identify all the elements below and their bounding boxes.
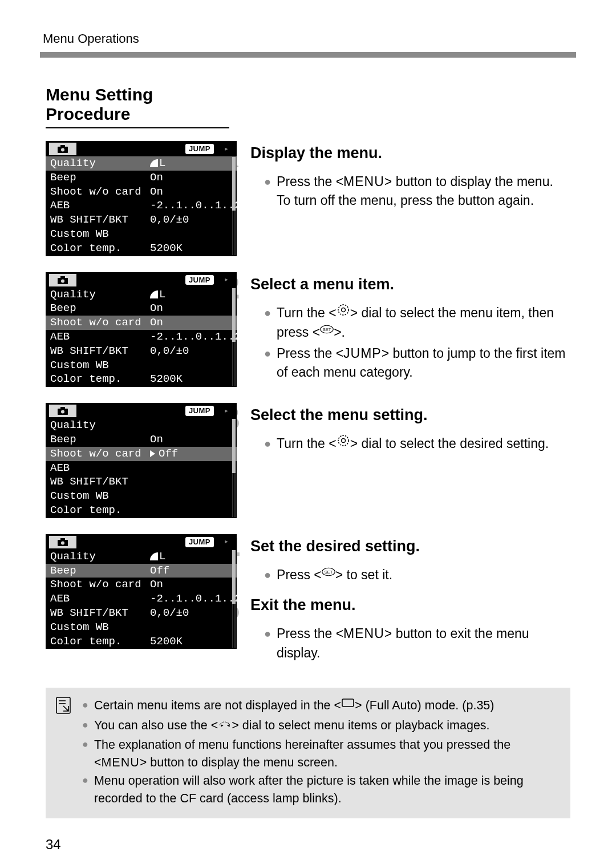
notes-box: ●Certain menu items are not displayed in… xyxy=(46,688,570,818)
jump-badge: JUMP xyxy=(185,537,214,547)
menu-row: BeepOn xyxy=(46,433,237,447)
svg-rect-16 xyxy=(60,538,65,540)
camera-tab-icon xyxy=(49,274,76,286)
bullet-dot-icon: ● xyxy=(82,697,88,716)
bullet-line: ●Turn the <> dial to select the menu ite… xyxy=(264,304,570,343)
text-segment: Press the < xyxy=(277,346,343,361)
text-segment: Turn the < xyxy=(277,436,337,451)
step-title: Select the menu setting. xyxy=(250,406,428,424)
text-segment: Turn the < xyxy=(277,305,337,320)
playback-tab-icon: ▸ xyxy=(220,405,233,417)
playback-tab-icon: ▸ xyxy=(220,143,233,155)
bullet-dot-icon: ● xyxy=(82,717,88,736)
step-title: Display the menu. xyxy=(250,144,382,162)
svg-point-7 xyxy=(341,308,345,312)
menu-row: AEB-2..1..0..1..2+ xyxy=(46,199,237,213)
bullet-dot-icon: ● xyxy=(82,736,88,771)
bullet-dot-icon: ● xyxy=(264,172,271,211)
menu-row: Shoot w/o cardOn xyxy=(46,316,237,330)
step-text: 2Select a menu item.●Turn the <> dial to… xyxy=(247,272,570,383)
bullet-line: ●Press the <JUMP> button to jump to the … xyxy=(264,344,570,382)
svg-point-5 xyxy=(61,279,64,282)
bullet-line: ●Turn the <> dial to select the desired … xyxy=(264,434,570,454)
text-segment: MENU xyxy=(343,174,384,189)
playback-tab-icon: ▸ xyxy=(220,274,233,286)
jump-badge: JUMP xyxy=(185,406,214,416)
svg-point-17 xyxy=(61,541,64,544)
bullet-line: ●Press the <MENU> button to display the … xyxy=(264,172,570,211)
menu-row: Color temp.5200K xyxy=(46,372,237,386)
text-segment: JUMP xyxy=(343,346,382,361)
page-header: Menu Operations xyxy=(40,31,576,46)
bullet-dot-icon: ● xyxy=(264,304,271,343)
menu-row: Custom WB xyxy=(46,358,237,373)
camera-tab-icon xyxy=(49,143,76,155)
step-text: 3Select the menu setting.●Turn the <> di… xyxy=(247,403,570,455)
text-segment: Press the < xyxy=(277,174,343,189)
main-dial-icon: ▶◀ xyxy=(218,716,232,734)
text-segment: > button to display the menu screen. xyxy=(140,756,338,769)
playback-tab-icon: ▸ xyxy=(220,536,233,548)
text-segment: >. xyxy=(334,325,345,340)
text-segment: Menu operation will also work after the … xyxy=(94,774,524,805)
svg-text:◀: ◀ xyxy=(227,724,230,727)
steps-4-5-column: 4Set the desired setting.●Press <SET> to… xyxy=(247,534,570,664)
bullet-dot-icon: ● xyxy=(264,344,271,382)
step-row: JUMP▸QualityBeepOnShoot w/o cardOffAEBWB… xyxy=(46,403,570,518)
text-segment: > dial to select menu items or playback … xyxy=(232,718,489,732)
menu-row: Shoot w/o cardOff xyxy=(46,447,237,461)
text-segment: Certain menu items are not displayed in … xyxy=(94,699,341,712)
step-text: 5Exit the menu.●Press the <MENU> button … xyxy=(247,593,570,664)
menu-row: WB SHIFT/BKT0,0/±0 xyxy=(46,344,237,358)
menu-row: Custom WB xyxy=(46,489,237,503)
bullet-dot-icon: ● xyxy=(264,434,271,454)
camera-lcd-panel: JUMP▸QualityBeepOnShoot w/o cardOffAEBWB… xyxy=(46,403,237,518)
bullet-dot-icon: ● xyxy=(82,772,88,807)
menu-row: Custom WB xyxy=(46,227,237,241)
lcd-scrollbar xyxy=(232,288,236,386)
lcd-tab-bar: JUMP▸ xyxy=(46,141,237,156)
text-segment: Press < xyxy=(277,567,322,582)
step-title: Select a menu item. xyxy=(250,276,394,293)
bullet-dot-icon: ● xyxy=(264,624,271,663)
quality-icon: L xyxy=(150,157,165,170)
quick-dial-icon xyxy=(337,303,350,322)
menu-row: Shoot w/o cardOn xyxy=(46,578,237,592)
svg-rect-1 xyxy=(60,145,65,147)
svg-point-13 xyxy=(338,435,348,446)
menu-row: Color temp. xyxy=(46,503,237,518)
menu-row: WB SHIFT/BKT xyxy=(46,475,237,489)
lcd-tab-bar: JUMP▸ xyxy=(46,272,237,288)
step-row: JUMP▸QualityLBeepOnShoot w/o cardOnAEB-2… xyxy=(46,141,570,256)
menu-row: Color temp.5200K xyxy=(46,635,237,649)
menu-row: AEB-2..1..0..1..2+ xyxy=(46,592,237,606)
jump-badge: JUMP xyxy=(185,275,214,285)
steps-container: JUMP▸QualityLBeepOnShoot w/o cardOnAEB-2… xyxy=(46,141,570,664)
step-row: JUMP▸QualityLBeepOffShoot w/o cardOnAEB-… xyxy=(46,534,570,664)
menu-row: Quality xyxy=(46,418,237,433)
set-button-icon: SET xyxy=(322,565,335,584)
bullet-line: ●Menu operation will also work after the… xyxy=(82,772,560,807)
lcd-tab-bar: JUMP▸ xyxy=(46,534,237,550)
step-text: 1Display the menu.●Press the <MENU> butt… xyxy=(247,141,570,212)
svg-text:SET: SET xyxy=(324,570,333,575)
bullet-dot-icon: ● xyxy=(264,566,271,586)
text-segment: > to set it. xyxy=(335,567,392,582)
quick-dial-icon xyxy=(337,434,350,453)
set-button-icon: SET xyxy=(320,322,334,341)
menu-row: WB SHIFT/BKT0,0/±0 xyxy=(46,213,237,227)
bullet-line: ●Press <SET> to set it. xyxy=(264,566,570,586)
svg-point-14 xyxy=(341,439,345,443)
text-segment: Press the < xyxy=(277,626,343,641)
lcd-scrollbar xyxy=(232,550,236,648)
svg-text:SET: SET xyxy=(323,327,331,332)
lcd-scrollbar xyxy=(232,419,236,517)
step-text: 4Set the desired setting.●Press <SET> to… xyxy=(247,534,570,587)
svg-text:▶: ▶ xyxy=(221,724,224,727)
bullet-line: ●You can also use the <▶◀> dial to selec… xyxy=(82,717,560,736)
svg-rect-11 xyxy=(60,407,65,409)
notes-list: ●Certain menu items are not displayed in… xyxy=(82,697,560,808)
menu-row: QualityL xyxy=(46,156,237,171)
header-divider xyxy=(40,52,576,58)
text-segment: > dial to select the desired setting. xyxy=(350,436,549,451)
